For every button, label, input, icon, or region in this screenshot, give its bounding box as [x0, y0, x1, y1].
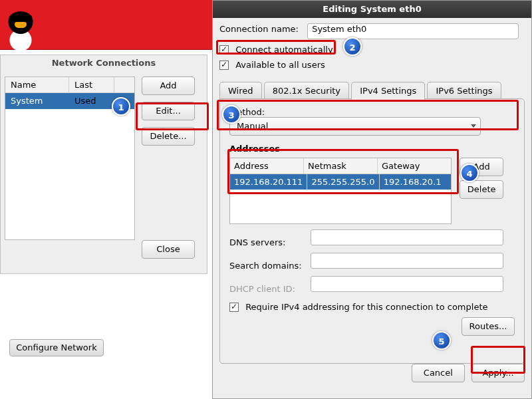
- edit-connection-dialog: Editing System eth0 Connection name: Sys…: [212, 0, 532, 399]
- connection-name-cell: System eth0: [5, 93, 69, 125]
- address-add-button[interactable]: Add: [460, 158, 503, 176]
- connection-list[interactable]: Name Last Used System eth0 never: [5, 76, 135, 240]
- connect-automatically-label: Connect automatically: [235, 45, 333, 55]
- add-connection-button[interactable]: Add: [142, 76, 195, 95]
- netmask-cell[interactable]: 255.255.255.0: [307, 174, 379, 190]
- addresses-label: Addresses: [229, 144, 515, 154]
- available-all-users-label: Available to all users: [235, 60, 325, 70]
- network-connections-window: Network Connections Name Last Used Syste…: [0, 55, 207, 274]
- dns-input[interactable]: [311, 229, 503, 245]
- available-all-users-checkbox[interactable]: [219, 61, 229, 70]
- routes-button-row: Routes...: [229, 317, 515, 342]
- dialog-title: Editing System eth0: [213, 1, 531, 18]
- penguin-icon: [5, 11, 36, 53]
- routes-button[interactable]: Routes...: [462, 317, 515, 336]
- search-domains-input[interactable]: [311, 253, 503, 269]
- address-row[interactable]: 192.168.20.111 255.255.255.0 192.168.20.…: [230, 174, 451, 190]
- col-lastused-header[interactable]: Last Used: [69, 77, 114, 93]
- connection-row[interactable]: System eth0 never: [5, 93, 134, 109]
- connection-name-row: Connection name: System eth0: [219, 23, 525, 39]
- close-button[interactable]: Close: [142, 240, 195, 259]
- address-cell[interactable]: 192.168.20.111: [230, 174, 307, 190]
- network-connections-title: Network Connections: [1, 55, 207, 71]
- address-delete-button[interactable]: Delete: [460, 180, 503, 199]
- require-ipv4-checkbox[interactable]: [229, 303, 239, 312]
- cancel-button[interactable]: Cancel: [412, 364, 465, 382]
- configure-network-button[interactable]: Configure Network: [9, 339, 104, 356]
- addresses-table[interactable]: Address Netmask Gateway 192.168.20.111 2…: [229, 158, 452, 224]
- addr-header-gateway[interactable]: Gateway: [378, 158, 451, 174]
- dialog-buttons: Cancel Apply...: [408, 364, 525, 389]
- addresses-table-wrap: Address Netmask Gateway 192.168.20.111 2…: [229, 158, 515, 224]
- dns-row: DNS servers:: [229, 229, 515, 247]
- require-ipv4-row[interactable]: Require IPv4 addressing for this connect…: [229, 301, 515, 312]
- available-all-users-row[interactable]: Available to all users: [219, 59, 525, 70]
- method-combobox[interactable]: Manual: [229, 117, 481, 136]
- method-row: Method: Manual: [229, 107, 515, 136]
- addr-header-address[interactable]: Address: [230, 158, 304, 174]
- require-ipv4-label: Require IPv4 addressing for this connect…: [245, 302, 487, 312]
- addresses-table-header: Address Netmask Gateway: [230, 158, 451, 174]
- dhcp-client-id-input: [311, 276, 503, 292]
- dialog-body: Connection name: System eth0 Connect aut…: [219, 23, 525, 393]
- addresses-section: Addresses Address Netmask Gateway 192.16…: [229, 144, 515, 224]
- addr-header-netmask[interactable]: Netmask: [304, 158, 378, 174]
- dns-label: DNS servers:: [229, 237, 308, 247]
- gateway-cell[interactable]: 192.168.20.1: [380, 174, 451, 190]
- tab-ipv6[interactable]: IPv6 Settings: [427, 82, 501, 99]
- tab-ipv4[interactable]: IPv4 Settings: [351, 82, 425, 100]
- network-connections-body: Name Last Used System eth0 never Add Edi…: [5, 76, 203, 268]
- connection-list-header: Name Last Used: [5, 77, 134, 93]
- search-domains-label: Search domains:: [229, 261, 308, 271]
- dhcp-client-id-row: DHCP client ID:: [229, 276, 515, 294]
- tab-8021x[interactable]: 802.1x Security: [264, 82, 349, 99]
- search-domains-row: Search domains:: [229, 253, 515, 271]
- installer-banner: [0, 0, 212, 50]
- apply-button[interactable]: Apply...: [471, 364, 525, 382]
- connect-automatically-row[interactable]: Connect automatically: [219, 43, 525, 55]
- connection-lastused-cell: never: [72, 109, 112, 125]
- connect-automatically-checkbox[interactable]: [219, 45, 229, 55]
- ipv4-tab-page: Method: Manual Addresses Address Netmask…: [219, 98, 525, 364]
- tab-wired[interactable]: Wired: [219, 82, 262, 99]
- connection-name-label: Connection name:: [219, 24, 305, 34]
- addresses-buttons: Add Delete: [460, 158, 503, 203]
- close-button-wrap: Close: [142, 240, 201, 265]
- delete-connection-button[interactable]: Delete...: [142, 127, 195, 146]
- col-name-header[interactable]: Name: [5, 77, 69, 93]
- settings-tabs: Wired 802.1x Security IPv4 Settings IPv6…: [219, 82, 525, 100]
- connection-buttons: Add Edit... Delete...: [142, 76, 201, 152]
- method-label: Method:: [229, 107, 267, 117]
- connection-name-input[interactable]: System eth0: [307, 23, 519, 39]
- dhcp-client-id-label: DHCP client ID:: [229, 284, 308, 294]
- edit-connection-button[interactable]: Edit...: [142, 102, 195, 120]
